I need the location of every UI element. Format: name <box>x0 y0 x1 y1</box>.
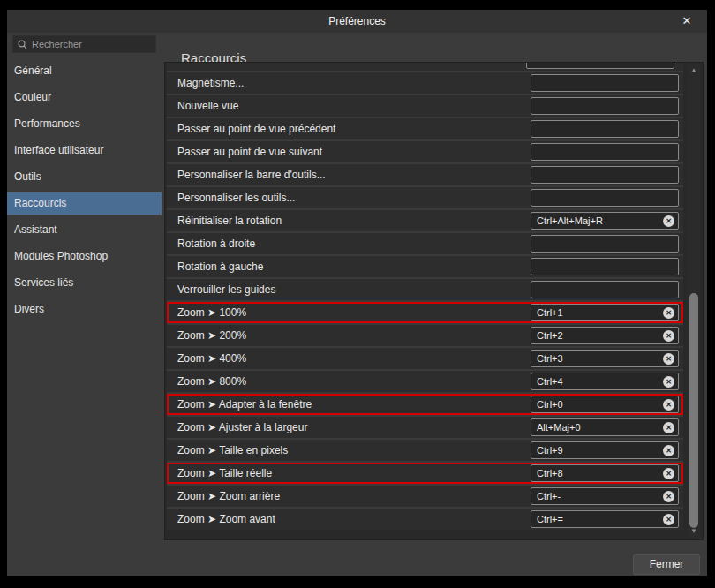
shortcut-row: Zoom ➤ 100%Ctrl+1✕ <box>167 300 683 323</box>
shortcut-row: Zoom ➤ Ajuster à la largeurAlt+Maj+0✕ <box>167 415 683 438</box>
shortcut-row: Rotation à droite✕ <box>167 231 683 254</box>
remove-shortcut-icon[interactable]: ✕ <box>663 353 674 365</box>
scrollbar-thumb[interactable] <box>689 293 698 528</box>
shortcut-input[interactable]: ✕ <box>531 281 679 298</box>
sidebar-item-interface-utilisateur[interactable]: Interface utilisateur <box>7 139 162 162</box>
shortcut-label: Zoom ➤ Ajuster à la largeur <box>167 421 531 433</box>
shortcut-input[interactable]: ✕ <box>531 97 679 115</box>
shortcut-row: Passer au point de vue précédent✕ <box>167 117 683 139</box>
remove-shortcut-icon[interactable]: ✕ <box>663 330 674 342</box>
sidebar-item-raccourcis[interactable]: Raccourcis <box>7 192 162 215</box>
shortcut-input[interactable]: Ctrl+1✕ <box>531 304 679 321</box>
shortcut-input[interactable] <box>526 63 674 69</box>
sidebar-item-couleur[interactable]: Couleur <box>7 87 162 109</box>
shortcut-value: Alt+Maj+0 <box>537 422 581 433</box>
preferences-dialog: Préférences ✕ Rechercher GénéralCouleurP… <box>7 10 707 576</box>
shortcut-input[interactable]: Ctrl+8✕ <box>531 464 679 482</box>
shortcut-input[interactable]: Ctrl+4✕ <box>531 373 679 390</box>
shortcut-row: Personnaliser les outils...✕ <box>167 185 683 208</box>
remove-shortcut-icon[interactable]: ✕ <box>663 514 674 525</box>
shortcut-row: Nouvelle vue✕ <box>167 94 683 117</box>
shortcut-input[interactable]: Ctrl+2✕ <box>531 327 679 344</box>
window-title: Préférences <box>328 15 386 27</box>
shortcut-value: Ctrl+3 <box>537 353 563 364</box>
shortcut-value: Ctrl+- <box>537 491 561 501</box>
shortcut-row: Zoom ➤ Zoom avantCtrl+=✕ <box>167 507 683 530</box>
shortcut-input[interactable]: ✕ <box>531 120 679 138</box>
search-placeholder: Rechercher <box>32 39 82 49</box>
shortcut-input[interactable]: ✕ <box>531 74 679 92</box>
remove-shortcut-icon[interactable]: ✕ <box>663 399 674 411</box>
shortcut-row: Verrouiller les guides✕ <box>167 277 683 300</box>
remove-shortcut-icon[interactable]: ✕ <box>663 468 674 479</box>
remove-shortcut-icon[interactable]: ✕ <box>663 307 674 319</box>
remove-shortcut-icon[interactable]: ✕ <box>663 215 674 227</box>
shortcut-row: Zoom ➤ Taille réelleCtrl+8✕ <box>167 461 683 484</box>
shortcut-row: Zoom ➤ Adapter à la fenêtreCtrl+0✕ <box>167 392 683 415</box>
shortcut-input[interactable]: ✕ <box>531 166 679 184</box>
remove-shortcut-icon[interactable]: ✕ <box>663 376 674 388</box>
shortcut-label: Zoom ➤ 400% <box>167 352 531 365</box>
shortcut-label: Zoom ➤ 200% <box>167 329 531 342</box>
shortcut-input[interactable]: Ctrl+9✕ <box>531 441 679 459</box>
titlebar: Préférences ✕ <box>7 10 707 33</box>
shortcut-input[interactable]: Ctrl+Alt+Maj+R✕ <box>531 212 679 230</box>
scrollbar[interactable]: ▲ ▼ <box>688 64 700 539</box>
shortcut-value: Ctrl+= <box>537 514 563 524</box>
sidebar: GénéralCouleurPerformancesInterface util… <box>7 60 162 325</box>
shortcut-label: Magnétisme... <box>167 77 531 89</box>
shortcut-label: Zoom ➤ Taille en pixels <box>167 444 531 456</box>
shortcut-input[interactable]: Ctrl+3✕ <box>531 350 679 367</box>
sidebar-item-modules-photoshop[interactable]: Modules Photoshop <box>7 245 162 268</box>
shortcut-label: Passer au point de vue précédent <box>167 123 531 135</box>
sidebar-item-assistant[interactable]: Assistant <box>7 219 162 241</box>
close-dialog-button[interactable]: Fermer <box>633 554 700 575</box>
shortcut-row: Magnétisme...✕ <box>167 71 683 94</box>
shortcut-value: Ctrl+4 <box>537 376 563 387</box>
shortcut-label: Zoom ➤ Zoom arrière <box>167 490 531 502</box>
remove-shortcut-icon[interactable]: ✕ <box>663 445 674 456</box>
shortcut-row: Zoom ➤ 200%Ctrl+2✕ <box>167 323 683 346</box>
shortcut-value: Ctrl+0 <box>537 399 563 410</box>
shortcut-label: Personnaliser les outils... <box>167 192 531 204</box>
shortcut-input[interactable]: ✕ <box>531 258 679 275</box>
scroll-up-icon[interactable]: ▲ <box>688 65 700 76</box>
shortcut-row: Personnaliser la barre d'outils...✕ <box>167 162 683 185</box>
shortcut-value: Ctrl+2 <box>537 330 563 341</box>
shortcut-row: Zoom ➤ Zoom arrièreCtrl+-✕ <box>167 484 683 507</box>
remove-shortcut-icon[interactable]: ✕ <box>663 422 674 433</box>
shortcut-label: Zoom ➤ 100% <box>167 306 531 319</box>
shortcut-input[interactable]: Ctrl+-✕ <box>531 487 679 505</box>
shortcut-label: Zoom ➤ Adapter à la fenêtre <box>167 398 531 411</box>
shortcut-input[interactable]: Alt+Maj+0✕ <box>531 418 679 436</box>
shortcut-value: Ctrl+Alt+Maj+R <box>537 215 603 226</box>
shortcut-value: Ctrl+8 <box>537 468 563 479</box>
shortcut-input[interactable]: ✕ <box>531 189 679 207</box>
shortcut-value: Ctrl+9 <box>537 445 563 456</box>
sidebar-item-performances[interactable]: Performances <box>7 113 162 135</box>
remove-shortcut-icon[interactable]: ✕ <box>663 491 674 502</box>
sidebar-item-divers[interactable]: Divers <box>7 298 162 320</box>
shortcuts-panel: Magnétisme...✕Nouvelle vue✕Passer au poi… <box>164 62 704 540</box>
shortcut-row: Passer au point de vue suivant✕ <box>167 139 683 162</box>
shortcut-input[interactable]: Ctrl+0✕ <box>531 396 679 413</box>
sidebar-item-g-n-ral[interactable]: Général <box>7 60 162 82</box>
close-icon[interactable]: ✕ <box>679 13 695 29</box>
shortcut-label: Verrouiller les guides <box>167 283 531 296</box>
shortcut-input[interactable]: Ctrl+=✕ <box>531 510 679 528</box>
scroll-down-icon[interactable]: ▼ <box>688 526 700 537</box>
sidebar-item-outils[interactable]: Outils <box>7 166 162 188</box>
shortcut-label: Zoom ➤ 800% <box>167 375 531 388</box>
sidebar-item-services-li-s[interactable]: Services liés <box>7 272 162 294</box>
shortcut-label: Zoom ➤ Taille réelle <box>167 467 531 479</box>
shortcut-row: Zoom ➤ 400%Ctrl+3✕ <box>167 346 683 369</box>
shortcut-row: Zoom ➤ 800%Ctrl+4✕ <box>167 369 683 392</box>
shortcut-label: Passer au point de vue suivant <box>167 146 531 158</box>
shortcut-input[interactable]: ✕ <box>531 143 679 161</box>
search-input[interactable]: Rechercher <box>12 35 156 53</box>
shortcut-input[interactable]: ✕ <box>531 235 679 253</box>
shortcut-row: Zoom ➤ Taille en pixelsCtrl+9✕ <box>167 438 683 461</box>
shortcut-label: Personnaliser la barre d'outils... <box>167 169 531 181</box>
shortcut-label: Rotation à gauche <box>167 260 531 273</box>
search-icon <box>18 40 27 49</box>
